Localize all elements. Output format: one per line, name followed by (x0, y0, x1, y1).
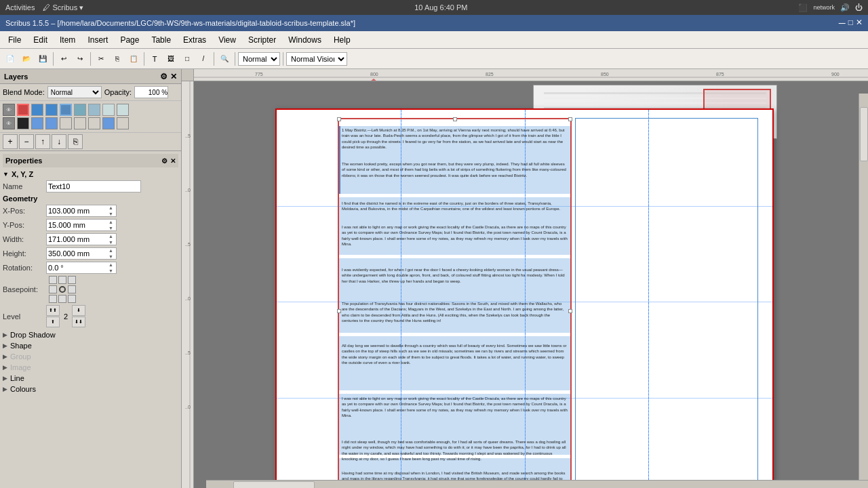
layer-6-1[interactable] (88, 104, 100, 116)
width-spinbox[interactable]: ▲▼ (46, 233, 117, 245)
xpos-up[interactable]: ▲ (108, 205, 116, 211)
rotation-spinbox[interactable]: ▲▼ (46, 262, 117, 274)
menu-item[interactable]: Item (54, 34, 81, 46)
layer-line-2[interactable] (60, 117, 72, 129)
width-input[interactable] (47, 235, 108, 243)
drop-shadow-section[interactable]: ▶ Drop Shadow (3, 329, 178, 340)
layer-7-2[interactable] (102, 117, 115, 129)
xpos-spinbox[interactable]: ▲▼ (46, 205, 117, 217)
ypos-input[interactable] (47, 221, 108, 229)
vertical-scrollbar[interactable] (859, 94, 868, 480)
handle-tc[interactable] (453, 117, 457, 121)
layer-5-1[interactable] (74, 104, 86, 116)
line-tool[interactable]: / (196, 52, 211, 66)
layer-add-btn[interactable]: + (3, 134, 18, 149)
bp-mr[interactable] (68, 285, 76, 293)
text-frame-2[interactable] (575, 118, 758, 488)
paste-btn[interactable]: 📋 (126, 52, 141, 66)
handle-tl[interactable] (337, 117, 341, 121)
layers-close-icon[interactable]: ✕ (170, 72, 177, 81)
handle-mr[interactable] (568, 309, 572, 313)
redo-btn[interactable]: ↪ (73, 52, 87, 66)
xpos-input[interactable] (47, 207, 108, 215)
rotation-input[interactable] (47, 264, 108, 272)
vision-mode-select[interactable]: Normal Vision (286, 52, 347, 66)
menu-help[interactable]: Help (328, 34, 356, 46)
close-btn[interactable]: ✕ (856, 18, 863, 28)
group-section[interactable]: ▶ Group (3, 351, 178, 362)
layer-8-1[interactable] (117, 104, 129, 116)
ypos-spinbox[interactable]: ▲▼ (46, 219, 117, 231)
bp-ml[interactable] (49, 285, 57, 293)
canvas-content[interactable]: 1 May Bistritz.—Left Munich at 8.35 P.M.… (194, 81, 868, 488)
colours-section[interactable]: ▶ Colours (3, 384, 178, 394)
hscroll-thumb[interactable] (233, 481, 315, 488)
zoom-btn[interactable]: 🔍 (217, 52, 232, 66)
app-menu-btn[interactable]: 🖊 Scribus ▾ (43, 3, 83, 12)
layer-color-2[interactable] (17, 117, 29, 129)
bp-mc[interactable] (59, 286, 66, 293)
layer-6-2[interactable] (88, 117, 100, 129)
layer-7-1[interactable] (102, 104, 115, 116)
menu-windows[interactable]: Windows (283, 34, 327, 46)
bp-tr[interactable] (68, 276, 76, 284)
layer-T-1[interactable] (31, 104, 43, 116)
bp-tl[interactable] (49, 276, 57, 284)
bp-tc[interactable] (58, 276, 66, 284)
layer-vis-1[interactable]: 👁 (3, 104, 15, 116)
cut-btn[interactable]: ✂ (94, 52, 108, 66)
xpos-down[interactable]: ▼ (108, 211, 116, 217)
menu-page[interactable]: Page (115, 34, 144, 46)
menu-file[interactable]: File (3, 34, 26, 46)
handle-ml[interactable] (337, 309, 341, 313)
menu-edit[interactable]: Edit (28, 34, 53, 46)
basepoint-widget[interactable] (49, 276, 76, 303)
layer-up-btn[interactable]: ↑ (35, 134, 50, 149)
layer-line-1[interactable] (60, 104, 72, 116)
minimize-btn[interactable]: ─ (839, 18, 846, 28)
bp-bl[interactable] (49, 295, 57, 303)
height-spinbox[interactable]: ▲▼ (46, 247, 117, 260)
view-mode-select[interactable]: Normal (238, 52, 280, 66)
text-tool[interactable]: T (147, 52, 162, 66)
level-top-btn[interactable]: ⬆⬆ (46, 305, 60, 316)
selected-text-frame[interactable]: 1 May Bistritz.—Left Munich at 8.35 P.M.… (338, 118, 572, 488)
ypos-down[interactable]: ▼ (108, 225, 116, 231)
ypos-up[interactable]: ▲ (108, 219, 116, 225)
rotation-up[interactable]: ▲ (108, 262, 116, 268)
menu-insert[interactable]: Insert (82, 34, 113, 46)
menu-scripter[interactable]: Scripter (243, 34, 281, 46)
layer-color-1[interactable] (17, 104, 29, 116)
menu-view[interactable]: View (213, 34, 241, 46)
xyz-arrow[interactable]: ▼ (3, 171, 9, 178)
layer-5-2[interactable] (74, 117, 86, 129)
undo-btn[interactable]: ↩ (56, 52, 71, 66)
bp-br[interactable] (68, 295, 76, 303)
layer-img-1[interactable] (45, 104, 58, 116)
width-down[interactable]: ▼ (108, 239, 116, 245)
layer-T-2[interactable] (31, 117, 43, 129)
open-btn[interactable]: 📂 (19, 52, 34, 66)
props-close-icon[interactable]: ✕ (170, 157, 176, 165)
menu-table[interactable]: Table (146, 34, 176, 46)
handle-tr[interactable] (568, 117, 572, 121)
name-input[interactable] (46, 180, 141, 192)
layer-down-btn[interactable]: ↓ (52, 134, 66, 149)
shape-section[interactable]: ▶ Shape (3, 340, 178, 351)
layers-add-icon[interactable]: ⚙ (160, 72, 167, 81)
height-down[interactable]: ▼ (108, 253, 116, 260)
height-up[interactable]: ▲ (108, 247, 116, 253)
image-tool[interactable]: 🖼 (163, 52, 178, 66)
save-btn[interactable]: 💾 (35, 52, 50, 66)
layer-img-2[interactable] (45, 117, 58, 129)
copy-btn[interactable]: ⎘ (110, 52, 125, 66)
layer-vis-2[interactable]: 👁 (3, 117, 15, 129)
rotation-down[interactable]: ▼ (108, 268, 116, 274)
layer-dup-btn[interactable]: ⎘ (68, 134, 83, 149)
width-up[interactable]: ▲ (108, 233, 116, 239)
menu-extras[interactable]: Extras (178, 34, 212, 46)
opacity-input[interactable] (134, 86, 168, 98)
level-up-btn[interactable]: ⬆ (46, 317, 60, 327)
activities-btn[interactable]: Activities (5, 3, 35, 12)
layer-remove-btn[interactable]: − (19, 134, 34, 149)
